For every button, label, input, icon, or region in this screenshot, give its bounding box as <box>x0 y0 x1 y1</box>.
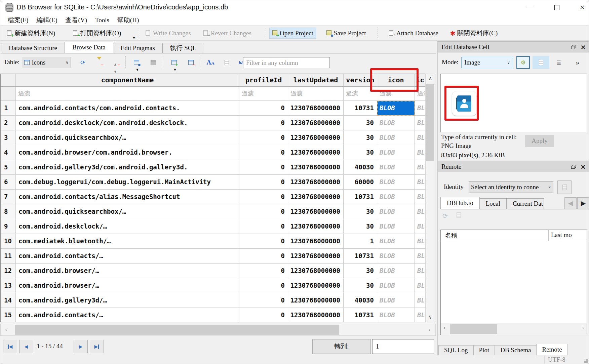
cell-profileId[interactable]: 0 <box>239 130 288 145</box>
write-changes-button[interactable]: Write Changes <box>143 28 194 39</box>
menu-item[interactable]: 編輯(E) <box>32 15 61 25</box>
menu-item[interactable]: 檔案(F) <box>4 15 32 25</box>
cell-profileId[interactable]: 0 <box>239 145 288 160</box>
menu-item[interactable]: 查看(V) <box>62 15 91 25</box>
scroll-down-icon[interactable]: ∨ <box>426 313 435 322</box>
cell-icon-blob[interactable]: BLOB <box>377 190 415 204</box>
goto-button[interactable]: 轉到: <box>312 339 371 354</box>
menu-item[interactable]: 幫助(H) <box>113 15 143 25</box>
corner-header[interactable] <box>1 74 16 87</box>
scroll-right-icon[interactable]: › <box>425 325 434 334</box>
cell-partial[interactable]: BLOB <box>415 145 425 160</box>
menu-item[interactable]: Tools <box>91 16 113 25</box>
cell-profileId[interactable]: 0 <box>239 116 288 130</box>
cell-icon-blob[interactable]: BLOB <box>377 160 415 175</box>
last-page-button[interactable]: ▶ <box>90 340 104 353</box>
vertical-scroll-thumb[interactable] <box>426 84 434 161</box>
cell-version[interactable]: 30 <box>344 130 377 145</box>
cell-partial[interactable]: BLOB <box>415 293 425 308</box>
cell-lastUpdated[interactable]: 1230768000000 <box>288 130 344 145</box>
cell-profileId[interactable]: 0 <box>239 308 288 322</box>
cell-icon-blob[interactable]: BLOB <box>377 293 415 308</box>
encoding-indicator[interactable]: UTF-8 <box>544 356 569 364</box>
cell-profileId[interactable]: 0 <box>239 219 288 234</box>
cell-version[interactable]: 30 <box>344 264 377 278</box>
remote-refresh-icon[interactable]: ⟳ <box>442 212 448 222</box>
insert-record-button[interactable]: + <box>168 57 180 68</box>
remote-upload-icon[interactable] <box>457 212 461 222</box>
goto-record-input[interactable]: 1 <box>372 339 434 354</box>
column-header-profileId[interactable]: profileId <box>239 74 288 87</box>
cell-lastUpdated[interactable]: 1230768000000 <box>288 204 344 219</box>
cell-lastUpdated[interactable]: 1230768000000 <box>288 219 344 234</box>
filter-input-componentName[interactable]: 過濾 <box>16 87 239 101</box>
cell-version[interactable]: 40030 <box>344 160 377 175</box>
cell-partial[interactable]: BLOB <box>415 175 425 190</box>
minimize-button[interactable]: — <box>522 2 538 13</box>
cell-icon-blob[interactable]: BLOB <box>377 204 415 219</box>
cell-partial[interactable]: BLOB <box>415 308 425 322</box>
dock-tab-remote[interactable]: Remote <box>536 344 567 355</box>
cell-version[interactable]: 10731 <box>344 190 377 204</box>
float-panel-icon[interactable] <box>571 166 575 169</box>
cell-lastUpdated[interactable]: 1230768000000 <box>288 145 344 160</box>
cell-componentName[interactable]: com.android.browser/… <box>16 264 239 278</box>
clear-filters-button[interactable]: − <box>94 57 105 68</box>
cell-icon-blob[interactable]: BLOB <box>377 249 415 264</box>
dock-tab-sql-log[interactable]: SQL Log <box>438 345 474 355</box>
cell-partial[interactable]: BLOB <box>415 278 425 293</box>
cell-componentName[interactable]: com.android.contacts/… <box>16 249 239 264</box>
cell-version[interactable]: 10731 <box>344 249 377 264</box>
cell-profileId[interactable]: 0 <box>239 264 288 278</box>
refresh-button[interactable]: ⟳ <box>77 57 88 68</box>
cell-componentName[interactable]: com.android.deskclock/… <box>16 219 239 234</box>
close-button[interactable]: × <box>575 2 589 13</box>
clear-sort-button[interactable]: ▲▼− <box>111 57 122 68</box>
cell-componentName[interactable]: com.android.browser/… <box>16 278 239 293</box>
cell-partial[interactable]: BLOB <box>415 160 425 175</box>
cell-icon-blob[interactable]: BLOB <box>377 175 415 190</box>
import-data-button[interactable]: ⚙ <box>516 56 530 69</box>
filter-input-lastUpdated[interactable]: 過濾 <box>288 87 344 101</box>
remote-scroll-thumb[interactable] <box>450 324 497 334</box>
save-project-button[interactable]: ▪ Save Project <box>324 28 369 39</box>
cell-componentName[interactable]: com.android.quicksearchbox/… <box>16 204 239 219</box>
cell-componentName[interactable]: com.android.browser/com.android.browser. <box>16 145 239 160</box>
cell-componentName[interactable]: com.android.contacts/alias.MessageShortc… <box>16 190 239 204</box>
cell-partial[interactable]: BLOB <box>415 204 425 219</box>
cell-componentName[interactable]: com.android.gallery3d/com.android.galler… <box>16 160 239 175</box>
filter-any-column-input[interactable]: Filter in any column <box>243 57 330 68</box>
mode-select[interactable]: Image ∨ <box>461 57 513 68</box>
cell-icon-blob[interactable]: BLOB <box>377 234 415 249</box>
cell-version[interactable]: 30 <box>344 219 377 234</box>
cell-componentName[interactable]: com.android.contacts/com.android.contact… <box>16 101 239 116</box>
cell-profileId[interactable]: 0 <box>239 249 288 264</box>
cell-componentName[interactable]: com.debug.loggerui/com.debug.loggerui.Ma… <box>16 175 239 190</box>
main-tab-browse-data[interactable]: Browse Data <box>65 42 113 53</box>
revert-changes-button[interactable]: ↩ Revert Changes <box>201 28 254 39</box>
tab-scroll-left-button[interactable]: ◀ <box>564 197 577 209</box>
overflow-button[interactable]: » <box>571 56 584 69</box>
dock-tab-db-schema[interactable]: DB Schema <box>495 345 537 355</box>
cell-version[interactable]: 30 <box>344 116 377 130</box>
scroll-right-icon[interactable]: › <box>582 325 584 331</box>
cell-partial[interactable]: BLOB <box>415 219 425 234</box>
cell-profileId[interactable]: 0 <box>239 293 288 308</box>
cell-componentName[interactable]: com.android.quicksearchbox/… <box>16 130 239 145</box>
float-panel-icon[interactable] <box>571 46 575 49</box>
remote-tab-local[interactable]: Local <box>479 198 507 209</box>
print-button[interactable] <box>148 57 159 68</box>
cell-icon-blob[interactable]: BLOB <box>377 219 415 234</box>
cell-profileId[interactable]: 0 <box>239 101 288 116</box>
insert-record-dropdown-icon[interactable]: ▼ <box>173 68 177 72</box>
cell-icon-blob[interactable]: BLOB <box>377 116 415 130</box>
cell-lastUpdated[interactable]: 1230768000000 <box>288 116 344 130</box>
scroll-left-icon[interactable]: ‹ <box>443 325 445 331</box>
open-database-button[interactable]: ➔ 打開資料庫(O) <box>70 28 124 39</box>
first-page-button[interactable]: ◀ <box>3 340 17 353</box>
cell-profileId[interactable]: 0 <box>239 278 288 293</box>
cell-lastUpdated[interactable]: 1230768000000 <box>288 249 344 264</box>
cell-version[interactable]: 1 <box>344 234 377 249</box>
cell-icon-blob[interactable]: BLOB <box>377 145 415 160</box>
cell-icon-blob[interactable]: BLOB <box>377 264 415 278</box>
